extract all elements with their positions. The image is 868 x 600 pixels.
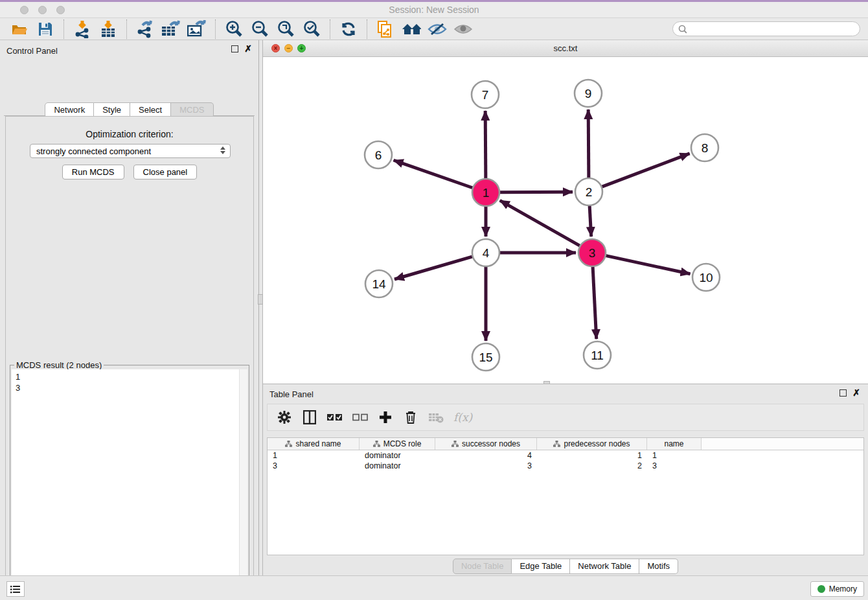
tab-network-table[interactable]: Network Table [570, 559, 639, 574]
table-row[interactable]: 1dominator411 [268, 450, 863, 461]
zoom-selected-icon[interactable] [302, 20, 321, 38]
result-scrollbar[interactable] [239, 369, 247, 600]
graph-node-14[interactable]: 14 [365, 270, 393, 297]
select-all-checkboxes-icon[interactable] [327, 410, 343, 425]
close-table-panel-icon[interactable]: ✗ [852, 389, 860, 397]
memory-status-icon [817, 585, 825, 593]
table-cell[interactable]: 3 [435, 461, 537, 471]
columns-icon[interactable] [302, 410, 317, 425]
deselect-checkboxes-icon[interactable] [352, 410, 368, 425]
table-cell[interactable]: 4 [435, 450, 537, 461]
graph-node-1[interactable]: 1 [472, 179, 499, 206]
titlebar: Session: New Session [0, 2, 868, 18]
search-box[interactable] [672, 21, 860, 36]
graph-node-7[interactable]: 7 [472, 81, 499, 108]
svg-text:2: 2 [586, 185, 593, 199]
column-header-predecessor-nodes[interactable]: predecessor nodes [537, 438, 647, 450]
open-folder-icon[interactable] [10, 20, 29, 38]
graph-edge-1-2[interactable] [500, 192, 573, 192]
table-cell[interactable]: dominator [360, 461, 435, 471]
tab-motifs[interactable]: Motifs [639, 559, 678, 574]
graph-node-6[interactable]: 6 [365, 141, 392, 168]
table-panel: Table Panel ✗ [263, 384, 868, 575]
graph-edge-3-1[interactable] [500, 200, 580, 246]
graph-node-15[interactable]: 15 [472, 343, 499, 371]
table-tabs: Node TableEdge TableNetwork TableMotifs [263, 559, 868, 574]
table-cell[interactable]: 3 [268, 461, 360, 471]
table-cell[interactable]: 1 [268, 450, 360, 461]
graph-edge-4-14[interactable] [394, 257, 472, 279]
table-body: 1dominator4113dominator323 [268, 450, 863, 471]
optimization-criterion-label: Optimization criterion: [6, 129, 253, 139]
svg-text:1: 1 [483, 186, 490, 200]
delete-table-icon-disabled [428, 410, 444, 425]
graph-edge-2-8[interactable] [602, 154, 690, 187]
float-panel-icon[interactable] [231, 45, 238, 52]
run-mcds-button[interactable]: Run MCDS [62, 165, 124, 179]
select-stepper-icon [220, 146, 225, 154]
graph-edge-1-7[interactable] [485, 111, 486, 178]
refresh-icon[interactable] [339, 20, 358, 38]
search-icon [678, 25, 687, 34]
column-header-shared-name[interactable]: shared name [268, 438, 360, 450]
memory-button[interactable]: Memory [810, 581, 864, 597]
graph-edge-2-3[interactable] [589, 206, 591, 237]
graph-node-3[interactable]: 3 [578, 239, 606, 266]
zoom-in-icon[interactable] [224, 20, 244, 38]
gear-icon[interactable] [277, 410, 292, 425]
mcds-result-list[interactable]: 13 [12, 369, 247, 600]
graph-node-10[interactable]: 10 [692, 264, 720, 291]
home-layouts-icon[interactable] [402, 20, 421, 38]
svg-text:10: 10 [699, 271, 713, 284]
table-cell[interactable]: 1 [537, 450, 647, 461]
tab-edge-table[interactable]: Edge Table [512, 559, 570, 574]
table-cell[interactable]: 2 [537, 461, 647, 471]
table-header-row[interactable]: shared nameMCDS rolesuccessor nodesprede… [268, 438, 863, 450]
graph-node-8[interactable]: 8 [691, 134, 718, 161]
graph-edge-3-10[interactable] [606, 256, 691, 274]
application-window: Session: New Session [0, 0, 868, 600]
zoom-fit-icon[interactable] [276, 20, 295, 38]
hide-eye-icon[interactable] [428, 20, 447, 38]
column-header-MCDS-role[interactable]: MCDS role [360, 438, 435, 450]
network-canvas[interactable]: 7968124314101511 [263, 57, 868, 384]
network-from-file-icon[interactable] [376, 20, 395, 38]
graph-edge-2-9[interactable] [588, 110, 589, 178]
export-network-icon[interactable] [135, 20, 155, 38]
table-cell[interactable]: dominator [360, 450, 435, 461]
import-network-icon[interactable] [73, 20, 92, 38]
splitter-grip[interactable] [258, 294, 263, 305]
import-table-icon[interactable] [98, 20, 118, 38]
close-panel-button[interactable]: Close panel [133, 165, 198, 179]
graph-edge-3-11[interactable] [593, 267, 597, 339]
graph-node-2[interactable]: 2 [575, 178, 602, 205]
svg-text:4: 4 [483, 246, 490, 260]
task-history-button[interactable] [6, 581, 25, 597]
show-eye-icon[interactable] [453, 20, 473, 38]
delete-column-icon[interactable] [403, 410, 418, 425]
column-header-name[interactable]: name [647, 438, 702, 450]
node-table[interactable]: shared nameMCDS rolesuccessor nodesprede… [267, 437, 864, 555]
tab-node-table[interactable]: Node Table [453, 559, 512, 574]
optimization-criterion-select[interactable]: strongly connected component [30, 144, 231, 158]
close-panel-icon[interactable]: ✗ [244, 45, 252, 52]
float-table-panel-icon[interactable] [839, 389, 847, 397]
graph-edge-1-6[interactable] [394, 160, 473, 187]
table-row[interactable]: 3dominator323 [268, 461, 863, 471]
table-cell[interactable]: 1 [647, 450, 702, 461]
result-line: 3 [16, 382, 244, 393]
svg-text:15: 15 [479, 351, 492, 364]
search-input[interactable] [691, 25, 852, 34]
tree-sort-icon [373, 441, 380, 447]
export-table-icon[interactable] [161, 20, 181, 38]
column-header-successor-nodes[interactable]: successor nodes [435, 438, 537, 450]
graph-node-11[interactable]: 11 [584, 341, 611, 369]
network-window-titlebar[interactable]: × − + scc.txt [263, 40, 868, 57]
graph-node-9[interactable]: 9 [575, 80, 602, 107]
graph-node-4[interactable]: 4 [472, 239, 499, 266]
table-cell[interactable]: 3 [647, 461, 702, 471]
zoom-out-icon[interactable] [250, 20, 269, 38]
add-column-icon[interactable] [378, 410, 393, 425]
save-session-icon[interactable] [36, 20, 55, 38]
export-image-icon[interactable] [187, 20, 207, 38]
